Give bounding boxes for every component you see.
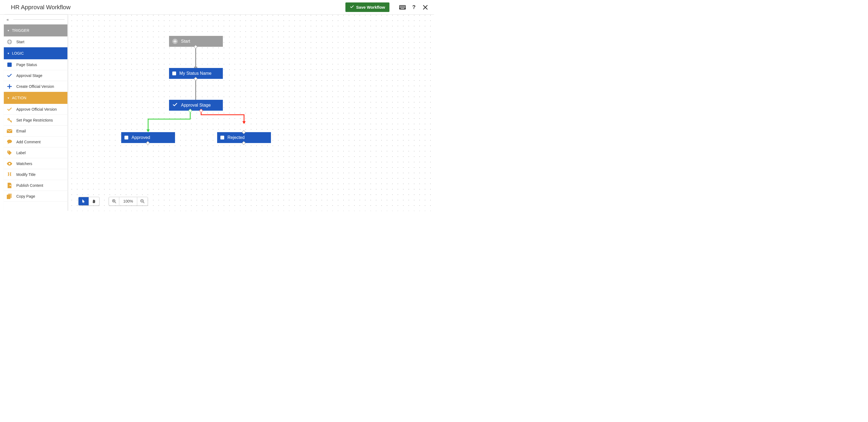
canvas[interactable]: Start My Status Name Approval Stage Appr… bbox=[67, 15, 434, 211]
zoom-tool-group: 100% bbox=[109, 197, 148, 206]
square-icon bbox=[220, 136, 224, 140]
chevron-down-icon: ▾ bbox=[8, 52, 9, 55]
svg-rect-11 bbox=[402, 6, 403, 7]
zoom-level: 100% bbox=[119, 197, 137, 205]
svg-line-42 bbox=[143, 202, 144, 203]
node-start[interactable]: Start bbox=[169, 36, 223, 47]
svg-marker-36 bbox=[242, 121, 246, 124]
sidebar-item-publish-content[interactable]: Publish Content bbox=[4, 180, 67, 191]
sidebar-item-label: Add Comment bbox=[16, 140, 40, 144]
section-label: LOGIC bbox=[12, 51, 24, 56]
svg-rect-13 bbox=[404, 6, 404, 7]
sidebar-item-add-comment[interactable]: Add Comment bbox=[4, 137, 67, 147]
svg-rect-31 bbox=[8, 193, 12, 198]
svg-rect-21 bbox=[405, 7, 405, 8]
svg-line-38 bbox=[115, 202, 116, 203]
section-header-logic[interactable]: ▾ LOGIC bbox=[4, 47, 67, 59]
sidebar-item-create-official-version[interactable]: Create Official Version bbox=[4, 81, 67, 92]
sidebar-item-label: Copy Page bbox=[16, 194, 35, 199]
sidebar-item-watchers[interactable]: Watchers bbox=[4, 158, 67, 169]
header: HR Approval Workflow Save Workflow ? bbox=[0, 0, 434, 15]
sidebar-item-email[interactable]: Email bbox=[4, 126, 67, 137]
section-header-trigger[interactable]: ▾ TRIGGER bbox=[4, 25, 67, 36]
sidebar-item-label: Start bbox=[16, 40, 25, 44]
svg-rect-9 bbox=[401, 6, 401, 7]
node-label: My Status Name bbox=[179, 71, 211, 76]
plus-icon bbox=[6, 84, 12, 89]
svg-rect-1 bbox=[400, 6, 400, 6]
hand-tool-button[interactable] bbox=[89, 197, 99, 205]
zoom-out-button[interactable] bbox=[137, 197, 148, 205]
svg-rect-10 bbox=[401, 6, 402, 7]
svg-rect-2 bbox=[401, 6, 401, 6]
svg-rect-20 bbox=[404, 7, 404, 8]
node-my-status-name[interactable]: My Status Name bbox=[169, 68, 223, 79]
sidebar-collapse-button[interactable]: « bbox=[6, 17, 8, 22]
sidebar-item-label: Set Page Restrictions bbox=[16, 118, 53, 122]
svg-rect-7 bbox=[405, 6, 405, 6]
check-icon bbox=[6, 72, 12, 79]
node-label: Rejected bbox=[227, 135, 245, 140]
sidebar-item-label-text: Label bbox=[16, 151, 26, 155]
svg-rect-4 bbox=[402, 6, 403, 6]
section-header-action[interactable]: ▾ ACTION bbox=[4, 92, 67, 104]
svg-rect-8 bbox=[400, 6, 400, 7]
sidebar-item-modify-title[interactable]: H Modify Title bbox=[4, 169, 67, 180]
plus-circle-icon bbox=[172, 39, 178, 44]
chevron-down-icon: ▾ bbox=[8, 29, 9, 32]
svg-rect-26 bbox=[7, 129, 12, 133]
sidebar-item-label: Approval Stage bbox=[16, 73, 42, 78]
svg-rect-14 bbox=[405, 6, 405, 7]
plus-circle-icon bbox=[6, 39, 12, 45]
svg-rect-6 bbox=[404, 6, 404, 6]
envelope-icon bbox=[6, 128, 12, 134]
svg-marker-35 bbox=[147, 129, 150, 132]
comment-icon bbox=[6, 139, 12, 145]
svg-rect-12 bbox=[403, 6, 404, 7]
pointer-tool-button[interactable] bbox=[79, 197, 89, 205]
cursor-tool-group bbox=[78, 197, 99, 206]
help-icon[interactable]: ? bbox=[411, 4, 417, 10]
node-rejected[interactable]: Rejected bbox=[217, 132, 271, 143]
node-label: Approved bbox=[131, 135, 150, 140]
sidebar-item-approval-stage[interactable]: Approval Stage bbox=[4, 70, 67, 81]
svg-rect-18 bbox=[402, 7, 403, 8]
sidebar-search-line bbox=[13, 19, 65, 20]
sidebar-item-start[interactable]: Start bbox=[4, 36, 67, 47]
sidebar-item-page-status[interactable]: Page Status bbox=[4, 59, 67, 70]
sidebar-item-label: Approve Official Version bbox=[16, 107, 57, 112]
sidebar-collapse-row: « bbox=[4, 15, 67, 25]
keyboard-shortcuts-icon[interactable] bbox=[399, 4, 406, 10]
section-label: ACTION bbox=[12, 96, 26, 100]
node-approved[interactable]: Approved bbox=[121, 132, 175, 143]
close-icon[interactable] bbox=[422, 4, 429, 10]
check-icon bbox=[172, 102, 178, 109]
sidebar-item-label: Publish Content bbox=[16, 183, 43, 188]
copy-icon bbox=[6, 193, 12, 199]
heading-icon: H bbox=[6, 172, 12, 178]
zoom-in-button[interactable] bbox=[109, 197, 119, 205]
node-label: Start bbox=[181, 39, 190, 44]
svg-point-25 bbox=[8, 119, 9, 120]
sidebar-item-approve-official-version[interactable]: Approve Official Version bbox=[4, 104, 67, 115]
tag-icon bbox=[6, 150, 12, 156]
check-icon bbox=[6, 106, 12, 112]
sidebar-item-label[interactable]: Label bbox=[4, 147, 67, 158]
svg-point-29 bbox=[9, 163, 10, 164]
square-icon bbox=[172, 71, 176, 75]
sidebar-item-copy-page[interactable]: Copy Page bbox=[4, 191, 67, 202]
node-approval-stage[interactable]: Approval Stage bbox=[169, 100, 223, 111]
save-workflow-button[interactable]: Save Workflow bbox=[345, 2, 390, 12]
eye-icon bbox=[6, 161, 12, 167]
sidebar-item-label: Create Official Version bbox=[16, 84, 54, 89]
svg-rect-17 bbox=[401, 7, 402, 8]
sidebar-item-label: Watchers bbox=[16, 161, 32, 166]
node-label: Approval Stage bbox=[181, 103, 211, 108]
square-icon bbox=[6, 62, 12, 68]
svg-rect-19 bbox=[403, 7, 404, 8]
sidebar-item-set-page-restrictions[interactable]: Set Page Restrictions bbox=[4, 115, 67, 126]
page-title: HR Approval Workflow bbox=[11, 4, 71, 11]
svg-point-28 bbox=[8, 151, 9, 152]
svg-point-27 bbox=[7, 140, 12, 143]
sidebar: « ▾ TRIGGER Start ▾ LOGIC Page Status Ap… bbox=[4, 15, 67, 211]
